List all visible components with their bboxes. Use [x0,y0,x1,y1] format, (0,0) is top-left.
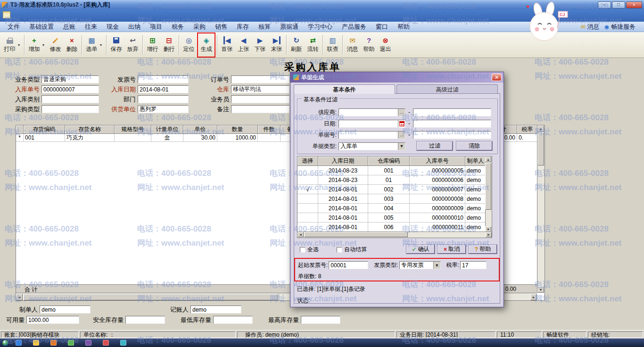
row-select-mark[interactable] [297,194,318,204]
menu-item-6[interactable]: 项目 [145,22,167,32]
dialog-grid-cell[interactable]: 0000000006 [410,175,465,185]
vscroll-thumb[interactable] [485,163,491,210]
dialog-grid-cell[interactable]: 0000000007 [410,185,465,194]
chevron-down-icon[interactable]: ▼ [398,143,405,150]
toolbar-button-定位[interactable]: ◎定位 [181,33,197,56]
menu-message[interactable]: 消息 [587,23,600,31]
dialog-grid-cell[interactable]: demo [465,175,486,185]
row-select-mark[interactable]: √ [297,185,318,194]
folder-icon[interactable] [33,340,39,346]
supplier-input[interactable] [138,105,189,113]
invoice-no-input[interactable] [138,75,189,83]
toolbar-button-放弃[interactable]: ↩放弃 [124,33,141,56]
menu-item-0[interactable]: 文件 [3,22,25,32]
grid-cell[interactable]: 1000.00 [217,134,258,142]
toolbar-button-末张[interactable]: ▶末张 [268,33,285,56]
toolbar-button-消息[interactable]: ✉消息 [344,33,361,56]
confirm-button[interactable]: ✓ 确认 [406,245,435,254]
dialog-document-row[interactable]: 2014-08-23010000000006demo [297,175,492,185]
toolbar-button-打印[interactable]: 打印 [1,33,18,56]
dialog-grid-cell[interactable]: demo [465,185,486,194]
salesman-input[interactable] [231,95,289,103]
minimize-button[interactable]: – [598,1,611,8]
dialog-grid-cell[interactable]: demo [465,223,486,232]
dialog-grid-cell[interactable]: 0000000009 [410,204,465,213]
toolbar-button-生成[interactable]: ◈生成 [198,33,215,56]
grid-cell[interactable] [115,134,151,142]
grid-cell[interactable]: 巧克力 [65,134,115,142]
receipt-class-input[interactable] [41,95,99,103]
app-green-icon[interactable] [68,340,74,346]
business-type-input[interactable] [41,75,99,83]
maximize-button[interactable]: □ [612,1,625,8]
checkbox-icon[interactable] [337,247,342,253]
dialog-grid-cell[interactable]: 005 [368,213,410,223]
toolbar-button-上张[interactable]: ◀上张 [235,33,252,56]
dialog-grid-cell[interactable]: 2014-08-01 [318,223,368,232]
dlg-date-from-input[interactable] [339,120,398,127]
scroll-up-icon[interactable]: ▲ [537,125,544,132]
grid-cell[interactable]: 30.00 [183,134,217,142]
grid-cell[interactable] [258,134,281,142]
row-select-mark[interactable] [297,204,318,213]
menu-item-7[interactable]: 税务 [167,22,189,32]
toolbar-button-刷新[interactable]: ↻刷新 [288,33,305,56]
menu-item-8[interactable]: 采购 [189,22,210,32]
menu-item-3[interactable]: 往来 [80,22,102,32]
dropdown-arrow-icon[interactable]: ▾ [42,43,47,47]
dialog-grid-cell[interactable]: 2014-08-23 [318,175,368,185]
department-input[interactable] [138,95,189,103]
scroll-left-icon[interactable]: ◄ [16,294,23,300]
toolbar-button-增行[interactable]: ⊞增行 [144,33,161,56]
help-button[interactable]: ? 帮助 [469,245,497,254]
menu-item-12[interactable]: 票据通 [275,22,303,32]
dialog-grid-cell[interactable]: 006 [368,223,410,232]
dialog-grid-cell[interactable]: 002 [368,185,410,194]
scroll-left-icon[interactable]: ◄ [297,232,304,237]
dialog-document-row[interactable]: 2014-08-010050000000010demo [297,213,492,223]
min-stock-input[interactable] [213,316,253,324]
toolbar-button-下张[interactable]: ▶下张 [252,33,268,56]
dialog-document-row[interactable]: 2014-08-230010000000005demo [297,166,492,175]
dialog-grid-cell[interactable]: demo [465,194,486,204]
toolbar-button-退出[interactable]: ⊗退出 [377,33,394,56]
toolbar-button-修改[interactable]: 修改 [47,33,64,56]
scroll-right-icon[interactable]: ► [486,232,492,237]
dialog-grid-cell[interactable]: 2014-08-01 [318,185,368,194]
row-select-mark[interactable] [297,223,318,232]
dialog-grid-cell[interactable]: 01 [368,175,410,185]
checkbox-icon[interactable] [300,247,305,253]
invoice-type-combobox[interactable]: ▼ [399,261,441,269]
maker-input[interactable] [40,306,91,314]
toolbar-button-流转[interactable]: ⇄流转 [305,33,321,56]
ellipsis-button[interactable]: … [398,132,405,139]
scroll-down-icon[interactable]: ▼ [537,286,544,293]
dialog-grid-cell[interactable]: 003 [368,194,410,204]
dialog-grid-cell[interactable]: demo [465,204,486,213]
toolbar-button-联查[interactable]: ▥联查 [324,33,341,56]
hscroll-thumb[interactable] [24,294,278,300]
tax-rate-input[interactable] [460,261,487,269]
booker-input[interactable] [190,306,241,314]
vscroll-thumb[interactable] [537,132,544,165]
menu-item-9[interactable]: 销售 [210,22,232,32]
doctype-combobox[interactable]: ▼ [339,142,405,150]
toolbar-button-增加[interactable]: +增加 [26,33,42,56]
row-select-mark[interactable] [297,166,318,175]
menu-item-16[interactable]: 帮助 [393,22,414,32]
dialog-document-row[interactable]: 2014-08-010060000000011demo [297,223,492,232]
start-invoice-input[interactable] [329,261,368,269]
dialog-grid-cell[interactable]: demo [465,166,486,175]
dialog-grid-cell[interactable]: 001 [368,166,410,175]
auto-settle-checkbox[interactable]: 自动结算 [337,246,367,254]
grid-cell[interactable]: 盒 [151,134,183,142]
menu-item-11[interactable]: 核算 [254,22,275,32]
close-button[interactable]: × [626,1,642,8]
receipt-no-input[interactable] [41,85,99,93]
dialog-grid-cell[interactable]: 004 [368,204,410,213]
app-purple-icon[interactable] [85,340,91,346]
toolbar-button-首张[interactable]: ◀首张 [219,33,235,56]
menu-item-4[interactable]: 现金 [102,22,124,32]
toolbar-button-选单[interactable]: ▦选单 [83,33,100,56]
toolbar-button-删行[interactable]: ⊟删行 [161,33,177,56]
